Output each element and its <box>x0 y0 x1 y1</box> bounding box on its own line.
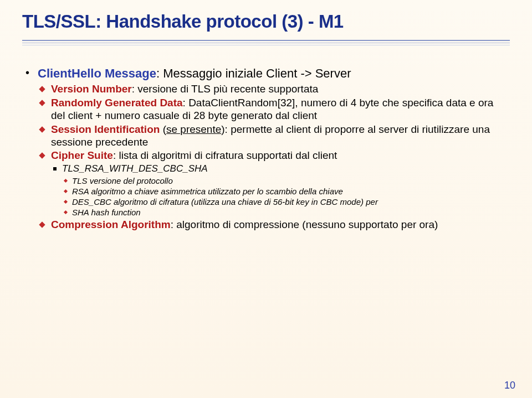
sub-compression: Compression Algorithm: algoritmo di comp… <box>38 219 510 231</box>
bullet-client-hello: ClientHello Message: Messaggio iniziale … <box>22 66 510 231</box>
sub-random-data: Randomly Generated Data: DataClientRando… <box>38 97 510 122</box>
text: TLS_RSA_WITH_DES_CBC_SHA <box>62 163 510 174</box>
text: RSA algoritmo a chiave asimmetrica utili… <box>72 187 510 197</box>
sub-cipher-suite: Cipher Suite: lista di algoritmi di cifr… <box>38 149 510 217</box>
cipher-rsa: RSA algoritmo a chiave asimmetrica utili… <box>62 187 510 197</box>
cipher-des-cbc: DES_CBC algoritmo di cifratura (utilizza… <box>62 197 510 207</box>
cipher-example: TLS_RSA_WITH_DES_CBC_SHA TLS versione de… <box>51 163 510 217</box>
label: Cipher Suite <box>51 149 113 161</box>
cipher-sha: SHA hash function <box>62 208 510 218</box>
text: : Messaggio iniziale Client -> Server <box>156 66 351 80</box>
sub-session-id: Session Identification (se presente): pe… <box>38 123 510 149</box>
page-number: 10 <box>504 380 515 391</box>
text-underline: se presente <box>166 123 221 135</box>
text: : lista di algoritmi di cifratura suppor… <box>113 149 337 161</box>
sub-version-number: Version Number: versione di TLS più rece… <box>38 83 510 96</box>
label: Compression Algorithm <box>51 219 171 230</box>
title-divider <box>22 40 510 45</box>
content-list: ClientHello Message: Messaggio iniziale … <box>22 66 510 231</box>
text: DES_CBC algoritmo di cifratura (utilizza… <box>72 197 510 207</box>
text: : versione di TLS più recente supportata <box>132 83 319 95</box>
text: SHA hash function <box>72 208 510 218</box>
cipher-tls: TLS versione del protocollo <box>62 176 510 186</box>
label: Version Number <box>51 83 132 95</box>
text: : algoritmo di compressione (nessuno sup… <box>171 219 438 230</box>
text: TLS versione del protocollo <box>72 176 510 186</box>
label: Randomly Generated Data <box>51 97 183 108</box>
slide-title: TLS/SSL: Handshake protocol (3) - M1 <box>22 11 510 32</box>
label: Session Identification <box>51 123 160 135</box>
text: ( <box>160 123 166 135</box>
label: ClientHello Message <box>38 66 156 80</box>
